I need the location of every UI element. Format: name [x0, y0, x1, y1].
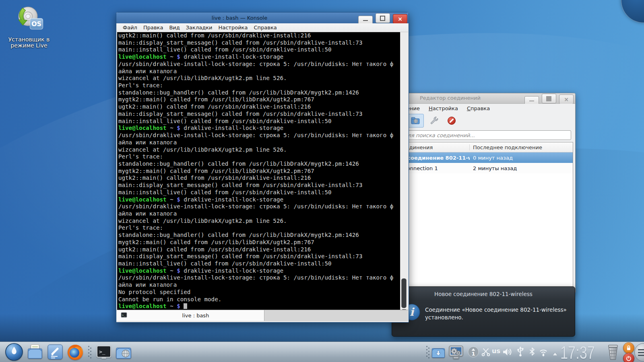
terminal-line: main::install_live() called from /usr/sb… — [118, 46, 400, 53]
menu-bookmarks[interactable]: Закладки — [186, 25, 213, 31]
menu-view[interactable]: Вид — [169, 25, 180, 31]
connection-list: Имя соединения Последнее подключение Нов… — [384, 142, 573, 287]
tray-expander-icon[interactable] — [552, 350, 558, 358]
terminal-line: /usr/sbin/draklive-install-lock-storage:… — [118, 203, 400, 210]
terminal-line: Cannot be run in console mode. — [118, 296, 400, 303]
notification-popup: Новое соединение 802-11-wireless i Соеди… — [392, 286, 575, 337]
terminal-line: Perl's trace: — [118, 153, 400, 160]
network-folder-icon[interactable] — [115, 343, 132, 361]
menu-edit[interactable]: Правка — [143, 25, 163, 31]
konsole-titlebar[interactable]: live : bash — Konsole × — [116, 12, 409, 23]
connection-last-used: 2 минуты назад — [470, 165, 517, 171]
notification-message-line1: Соединение «Новое соединение 802-11-wire… — [425, 306, 567, 314]
svg-text:OS: OS — [31, 20, 41, 28]
konsole-window: live : bash — Konsole × Файл Правка Вид … — [116, 12, 409, 323]
terminal-line: standalone::bug_handler() called from /u… — [118, 89, 400, 97]
menu-file[interactable]: Файл — [123, 25, 137, 31]
terminal-line: mygtk2::main() called from /usr/lib/libD… — [118, 168, 400, 175]
konsole-menubar: Файл Правка Вид Закладки Настройка Справ… — [117, 23, 408, 32]
terminal-line: /usr/sbin/draklive-install-lock-storage:… — [118, 274, 400, 282]
menu-settings[interactable]: Настройка — [218, 25, 248, 31]
usb-icon[interactable] — [515, 346, 526, 358]
live-installer-cd-icon: OS — [14, 5, 44, 34]
list-header[interactable]: Имя соединения Последнее подключение — [384, 142, 573, 152]
terminal-line: live@localhost ~ $ — [118, 303, 400, 310]
terminal-line: live@localhost ~ $ draklive-install-lock… — [118, 267, 400, 275]
panel-separator — [426, 346, 430, 358]
firefox-icon[interactable] — [66, 343, 84, 361]
terminal-line: айла или каталога — [118, 68, 400, 75]
terminal-line: mygtk2::main() called from /usr/lib/libD… — [118, 239, 400, 246]
terminal-line: main::display_start_message() called fro… — [118, 39, 400, 47]
clock[interactable]: 17:37 — [560, 343, 595, 362]
panel-separator — [88, 346, 92, 358]
terminal-line: Perl's trace: — [118, 82, 400, 89]
terminal-output[interactable]: ugtk2::main() called from /usr/sbin/drak… — [117, 32, 400, 310]
lock-screen-button[interactable] — [623, 342, 634, 354]
keyboard-layout-indicator[interactable]: us — [492, 347, 500, 355]
connection-row[interactable]: Wired connection 1 2 минуты назад — [384, 163, 573, 173]
menu-help[interactable]: Справка — [254, 25, 277, 31]
maximize-button[interactable] — [542, 94, 556, 103]
terminal-line: wizcancel at /usr/lib/libDrakX/ugtk2.pm … — [118, 75, 400, 82]
file-manager-icon[interactable] — [26, 343, 44, 361]
terminal-scrollbar[interactable] — [400, 32, 407, 310]
bluetooth-icon[interactable] — [527, 346, 537, 358]
close-button[interactable]: × — [393, 14, 407, 24]
maximize-button[interactable] — [376, 13, 390, 23]
volume-icon[interactable] — [502, 346, 513, 359]
editor-titlebar[interactable]: Редактор соединений × — [381, 93, 575, 104]
scrollbar-thumb[interactable] — [401, 278, 407, 308]
connection-editor-window: Редактор соединений × СоединениеНастройк… — [380, 93, 576, 293]
mageia-menu-icon[interactable] — [5, 343, 23, 361]
notification-title: Новое соединение 802-11-wireless — [392, 287, 575, 297]
connection-row-selected[interactable]: Новое соединение 802-11-wi... 0 минут на… — [384, 152, 573, 163]
konsole-tabbar: >_ live : bash — [117, 310, 408, 321]
terminal-line: No protocol specified — [118, 289, 400, 296]
control-center-icon[interactable] — [448, 344, 464, 360]
terminal-line: main::display_start_message() called fro… — [118, 111, 400, 118]
shutdown-button[interactable] — [623, 353, 634, 362]
terminal-line: wizcancel at /usr/lib/libDrakX/ugtk2.pm … — [118, 146, 400, 154]
konsole-launcher-icon[interactable]: >_ — [96, 344, 112, 360]
terminal-tab-icon: >_ — [121, 312, 127, 320]
edit-connection-icon[interactable] — [426, 114, 442, 127]
editor-menu-item[interactable]: Справка — [467, 105, 490, 111]
svg-text:>_: >_ — [122, 314, 126, 317]
terminal-line: main::install_live() called from /usr/sb… — [118, 189, 400, 196]
wifi-icon[interactable] — [538, 347, 549, 359]
terminal-line: ugtk2::main() called from /usr/sbin/drak… — [118, 175, 400, 182]
text-editor-icon[interactable] — [47, 343, 64, 360]
terminal-line: ugtk2::main() called from /usr/sbin/drak… — [118, 246, 400, 253]
delete-connection-icon[interactable] — [444, 114, 459, 127]
terminal-line: ugtk2::main() called from /usr/sbin/drak… — [118, 103, 400, 111]
clipboard-scissors-icon[interactable] — [481, 347, 491, 359]
close-button[interactable]: × — [559, 95, 574, 104]
terminal-cursor — [184, 303, 187, 309]
terminal-line: live@localhost ~ $ draklive-install-lock… — [118, 53, 400, 61]
terminal-line: main::display_start_message() called fro… — [118, 182, 400, 189]
panel-hide-button[interactable] — [634, 343, 644, 362]
terminal-tab[interactable]: >_ live : bash — [117, 310, 264, 321]
column-header-last-used[interactable]: Последнее подключение — [470, 144, 542, 150]
editor-toolbar — [381, 113, 575, 129]
connection-last-used: 0 минут назад — [470, 155, 513, 161]
search-input[interactable] — [384, 130, 571, 140]
desktop-icon-live-installer[interactable]: OS Установщик в режиме Live — [7, 5, 51, 49]
konsole-window-title: live : bash — Konsole — [116, 15, 363, 21]
taskbar: >_ — [0, 341, 644, 362]
terminal-tab-label: live : bash — [127, 313, 264, 319]
activate-connection-icon[interactable] — [408, 114, 424, 128]
download-folder-icon[interactable] — [431, 344, 446, 360]
terminal-line: main::install_live() called from /usr/sb… — [118, 260, 400, 267]
terminal-line: айла или каталога — [118, 210, 400, 218]
terminal-line: /usr/sbin/draklive-install-lock-storage:… — [118, 132, 400, 139]
terminal-line: standalone::bug_handler() called from /u… — [118, 160, 400, 168]
terminal-line: mygtk2::main() called from /usr/lib/libD… — [118, 96, 400, 103]
trash-icon[interactable] — [605, 343, 621, 362]
terminal-line: айла или каталога — [118, 139, 400, 146]
editor-menu-item[interactable]: Настройка — [429, 105, 458, 111]
terminal-line: standalone::bug_handler() called from /u… — [118, 232, 400, 239]
update-notifier-icon[interactable]: 1 — [468, 346, 479, 359]
terminal-line: wizcancel at /usr/lib/libDrakX/ugtk2.pm … — [118, 218, 400, 225]
